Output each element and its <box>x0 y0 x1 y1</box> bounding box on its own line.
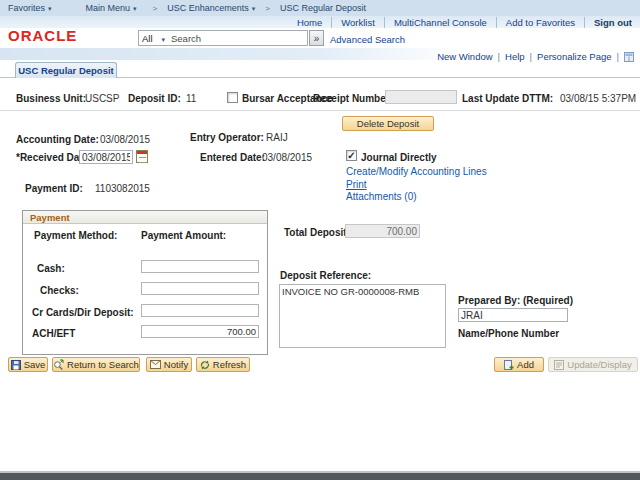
journal-directly-checkbox[interactable] <box>346 150 357 161</box>
breadcrumb-item-favorites[interactable]: Favorites <box>8 3 45 13</box>
chevron-down-icon <box>158 33 165 44</box>
add-label: Add <box>517 359 534 370</box>
delete-deposit-label: Delete Deposit <box>357 118 419 129</box>
notify-label: Notify <box>164 359 188 370</box>
advanced-search-link[interactable]: Advanced Search <box>330 34 405 45</box>
journal-directly-label: Journal Directly <box>361 152 437 163</box>
notify-icon <box>150 360 161 369</box>
help-link[interactable]: Help <box>505 51 525 62</box>
refresh-button[interactable]: Refresh <box>196 357 250 372</box>
refresh-label: Refresh <box>213 359 246 370</box>
ach-eft-label: ACH/EFT <box>32 328 75 339</box>
deposit-id-label: Deposit ID: <box>128 93 181 104</box>
add-to-favorites-link[interactable]: Add to Favorites <box>496 17 575 28</box>
personalize-page-link[interactable]: Personalize Page <box>537 51 611 62</box>
update-display-button: Update/Display <box>548 357 638 372</box>
chevron-down-icon <box>249 3 256 13</box>
bursar-acceptance-checkbox[interactable] <box>227 92 238 103</box>
oracle-logo: ORACLE <box>8 27 77 44</box>
chevron-down-icon <box>130 3 137 13</box>
entered-date-value: 03/08/2015 <box>262 152 312 163</box>
search-scope-dropdown[interactable]: All <box>138 30 169 46</box>
accounting-date-label: Accounting Date: <box>16 134 99 145</box>
breadcrumb-separator-icon <box>153 3 158 13</box>
last-update-label: Last Update DTTM: <box>462 93 553 104</box>
prepared-by-input[interactable] <box>458 308 568 322</box>
payment-group-box: Payment Payment Method: Payment Amount: … <box>22 210 268 355</box>
last-update-value: 03/08/15 5:37PM <box>560 93 636 104</box>
prepared-by-label: Prepared By: (Required) <box>458 295 573 306</box>
entry-operator-label: Entry Operator: <box>190 132 264 143</box>
pipe-separator: | <box>498 51 500 62</box>
pipe-separator: | <box>530 51 532 62</box>
save-icon <box>11 360 21 370</box>
ach-eft-amount-input[interactable] <box>141 325 259 338</box>
cash-amount-input[interactable] <box>141 260 259 273</box>
payment-id-label: Payment ID: <box>25 183 83 194</box>
name-phone-number-label: Name/Phone Number <box>458 328 559 339</box>
bottom-bar <box>0 473 640 480</box>
return-to-search-label: Return to Search <box>67 359 139 370</box>
cr-cards-dir-deposit-amount-input[interactable] <box>141 304 259 317</box>
peoplesoft-page: Favorites Main Menu USC Enhancements USC… <box>0 0 640 480</box>
search-scope-value: All <box>142 33 153 44</box>
new-window-link[interactable]: New Window <box>437 51 492 62</box>
calendar-icon[interactable] <box>136 150 148 163</box>
save-label: Save <box>24 359 46 370</box>
receipt-number-input <box>385 90 457 104</box>
header-links: Home Worklist MultiChannel Console Add t… <box>297 17 632 28</box>
notify-button[interactable]: Notify <box>146 357 192 372</box>
print-link[interactable]: Print <box>346 179 367 190</box>
section-divider <box>0 110 640 111</box>
breadcrumb-item-current: USC Regular Deposit <box>280 3 366 13</box>
update-display-label: Update/Display <box>567 359 631 370</box>
tab-usc-regular-deposit[interactable]: USC Regular Deposit <box>15 62 117 78</box>
personalize-grid-icon[interactable] <box>624 52 634 62</box>
entered-date-label: Entered Date: <box>200 152 265 163</box>
deposit-id-value: 11 <box>186 93 196 104</box>
return-to-search-icon <box>53 359 64 370</box>
payment-group-title: Payment <box>30 212 70 223</box>
multichannel-console-link[interactable]: MultiChannel Console <box>384 17 487 28</box>
payment-group-header: Payment <box>23 211 267 224</box>
payment-amount-header: Payment Amount: <box>141 230 226 241</box>
return-to-search-button[interactable]: Return to Search <box>52 357 140 372</box>
sign-out-link[interactable]: Sign out <box>584 17 632 28</box>
add-icon <box>504 360 514 370</box>
business-unit-label: Business Unit: <box>16 93 86 104</box>
cr-cards-dir-deposit-label: Cr Cards/Dir Deposit: <box>32 307 134 318</box>
breadcrumb-separator-icon <box>265 3 270 13</box>
worklist-link[interactable]: Worklist <box>331 17 375 28</box>
create-modify-accounting-lines-link[interactable]: Create/Modify Accounting Lines <box>346 166 487 177</box>
checks-amount-input[interactable] <box>141 282 259 295</box>
home-link[interactable]: Home <box>297 17 322 28</box>
search-go-button[interactable] <box>309 30 324 46</box>
deposit-reference-label: Deposit Reference: <box>280 270 371 281</box>
cash-label: Cash: <box>37 263 65 274</box>
total-deposit-label: Total Deposit: <box>284 227 350 238</box>
received-date-input[interactable] <box>79 150 133 164</box>
entry-operator-value: RAIJ <box>266 132 288 143</box>
add-button[interactable]: Add <box>494 357 544 372</box>
save-button[interactable]: Save <box>8 357 48 372</box>
receipt-number-label: Receipt Number <box>313 93 390 104</box>
accounting-date-value: 03/08/2015 <box>100 134 150 145</box>
update-display-icon <box>554 360 564 370</box>
refresh-icon <box>200 360 210 370</box>
delete-deposit-button[interactable]: Delete Deposit <box>342 116 434 131</box>
pipe-separator: | <box>617 51 619 62</box>
deposit-reference-textarea[interactable]: INVOICE NO GR-0000008-RMB <box>279 284 446 348</box>
total-deposit-input <box>345 224 420 238</box>
attachments-link[interactable]: Attachments (0) <box>346 191 417 202</box>
checks-label: Checks: <box>40 285 79 296</box>
breadcrumb: Favorites Main Menu USC Enhancements USC… <box>0 0 640 16</box>
business-unit-value: USCSP <box>85 93 119 104</box>
breadcrumb-item-main-menu[interactable]: Main Menu <box>86 3 131 13</box>
payment-method-header: Payment Method: <box>34 230 117 241</box>
breadcrumb-item-usc-enhancements[interactable]: USC Enhancements <box>167 3 249 13</box>
page-links: New Window | Help | Personalize Page | <box>437 51 634 62</box>
payment-id-value: 1103082015 <box>95 183 150 194</box>
chevron-down-icon <box>45 3 52 13</box>
search-input[interactable] <box>168 30 308 46</box>
